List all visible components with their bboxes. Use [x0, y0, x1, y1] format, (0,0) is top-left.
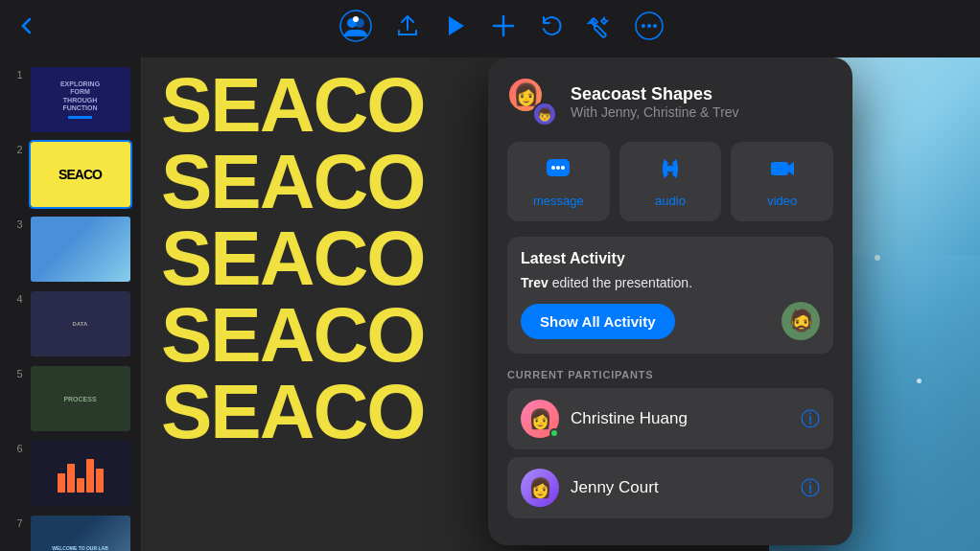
activity-text: Trev edited the presentation. [521, 275, 820, 290]
show-all-activity-button[interactable]: Show All Activity [521, 304, 675, 339]
video-icon [769, 155, 796, 188]
toolbar-left [15, 14, 38, 43]
info-icon[interactable]: ⓘ [801, 475, 820, 501]
participant-avatar: 👩 [521, 400, 559, 438]
undo-icon[interactable] [539, 13, 564, 44]
svg-marker-4 [449, 16, 464, 35]
toolbar-center [339, 10, 664, 48]
popup-header: 👩 👦 Seacoast Shapes With Jenny, Christin… [507, 77, 833, 126]
info-icon[interactable]: ⓘ [801, 406, 820, 432]
slide-preview: EXPLORINGFORMTHROUGHFUNCTION [31, 67, 130, 132]
collab-icon[interactable] [339, 10, 372, 48]
more-icon[interactable] [635, 11, 664, 46]
collab-popup: 👩 👦 Seacoast Shapes With Jenny, Christin… [488, 57, 852, 545]
audio-label: audio [655, 194, 686, 208]
slide-number: 4 [10, 293, 23, 305]
slide-panel: 1 EXPLORINGFORMTHROUGHFUNCTION 2 SEACO [0, 57, 142, 551]
slide-item[interactable]: 2 SEACO [10, 140, 132, 209]
participants-section: CURRENT PARTICIPANTS 👩 Christine Huang ⓘ [507, 369, 833, 518]
slide-preview: WELCOME TO OUR LAB [31, 516, 130, 551]
slide-thumbnail[interactable]: SEACO [29, 140, 132, 209]
participants-label: CURRENT PARTICIPANTS [507, 369, 833, 380]
message-label: message [533, 194, 584, 208]
avatar-small: 👦 [532, 102, 557, 126]
slide-number: 2 [10, 144, 23, 155]
slide-item[interactable]: 6 [10, 439, 132, 508]
slide-item[interactable]: 3 [10, 215, 132, 284]
participant-name: Christine Huang [571, 409, 789, 428]
message-icon [545, 155, 572, 188]
participant-avatar: 👩 [521, 469, 559, 507]
participant-item[interactable]: 👩 Christine Huang ⓘ [507, 388, 833, 449]
svg-point-9 [647, 24, 651, 28]
slide-item[interactable]: 4 DATA [10, 289, 132, 358]
svg-point-8 [642, 24, 645, 28]
svg-point-10 [653, 24, 657, 28]
video-button[interactable]: video [731, 142, 833, 221]
play-icon[interactable] [443, 13, 468, 44]
activity-author: Trev [521, 275, 548, 290]
activity-footer: Show All Activity 🧔 [521, 302, 820, 340]
slide-item[interactable]: 7 WELCOME TO OUR LAB [10, 514, 132, 551]
slide-number: 3 [10, 218, 23, 230]
slide-number: 5 [10, 368, 23, 379]
activity-description: edited the presentation. [548, 275, 692, 290]
jenny-avatar: 👩 [521, 469, 559, 507]
main-area: 1 EXPLORINGFORMTHROUGHFUNCTION 2 SEACO [0, 57, 980, 551]
audio-icon [657, 155, 684, 188]
svg-point-3 [353, 16, 359, 22]
presentation-subtitle: With Jenny, Christine & Trev [571, 104, 833, 120]
add-icon[interactable] [491, 13, 516, 44]
slide-thumbnail[interactable] [29, 215, 132, 284]
activity-title: Latest Activity [521, 250, 820, 267]
slide-item[interactable]: 1 EXPLORINGFORMTHROUGHFUNCTION [10, 65, 132, 134]
svg-point-12 [551, 166, 555, 170]
slide-thumbnail[interactable]: WELCOME TO OUR LAB [29, 514, 132, 551]
message-button[interactable]: message [507, 142, 610, 221]
slide-number: 6 [10, 443, 23, 454]
back-button[interactable] [15, 14, 38, 43]
slide-preview [31, 217, 130, 282]
slide-thumbnail[interactable]: EXPLORINGFORMTHROUGHFUNCTION [29, 65, 132, 134]
svg-rect-16 [771, 162, 788, 175]
svg-rect-15 [666, 166, 674, 172]
svg-point-13 [556, 166, 560, 170]
slide-preview: SEACO [31, 142, 130, 207]
slide-number: 7 [10, 517, 23, 529]
canvas-area: SEACO SEACO SEACO SEACO SEACO [142, 57, 980, 551]
tools-icon[interactable] [587, 13, 612, 44]
share-icon[interactable] [395, 13, 420, 44]
slide-thumbnail[interactable] [29, 439, 132, 508]
activity-section: Latest Activity Trev edited the presenta… [507, 237, 833, 354]
presentation-name: Seacoast Shapes [571, 84, 833, 104]
audio-button[interactable]: audio [619, 142, 722, 221]
participant-item[interactable]: 👩 Jenny Court ⓘ [507, 457, 833, 518]
online-indicator [549, 428, 559, 438]
slide-thumbnail[interactable]: PROCESS [29, 364, 132, 433]
popup-title: Seacoast Shapes With Jenny, Christine & … [571, 84, 833, 120]
participant-name: Jenny Court [571, 478, 789, 497]
slide-number: 1 [10, 69, 23, 80]
slide-preview: PROCESS [31, 366, 130, 431]
trev-avatar: 🧔 [782, 302, 820, 340]
slide-thumbnail[interactable]: DATA [29, 289, 132, 358]
action-buttons: message audio [507, 142, 833, 221]
slide-preview [31, 441, 130, 506]
avatar-group: 👩 👦 [507, 77, 557, 126]
toolbar [0, 0, 980, 57]
slide-item[interactable]: 5 PROCESS [10, 364, 132, 433]
slide-preview: DATA [31, 291, 130, 356]
video-label: video [767, 194, 797, 208]
svg-point-14 [561, 166, 565, 170]
